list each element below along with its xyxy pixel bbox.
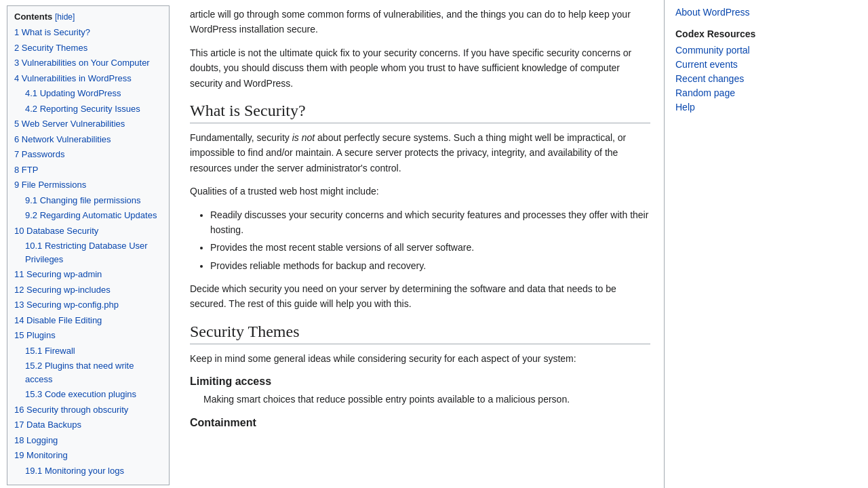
toc-link[interactable]: 10.1 Restricting Database User Privilege… — [25, 241, 148, 264]
toc-link[interactable]: 5 Web Server Vulnerabilities — [14, 119, 125, 129]
toc-item: 15.3 Code execution plugins — [14, 388, 162, 401]
intro-paragraph-1: article will go through some common form… — [190, 7, 650, 37]
toc-link[interactable]: 14 Disable File Editing — [14, 315, 102, 325]
toc-item: 19.1 Monitoring your logs — [14, 464, 162, 478]
heading-containment: Containment — [190, 417, 650, 429]
toc-hide-button[interactable]: [hide] — [55, 12, 75, 22]
toc-link[interactable]: 16 Security through obscurity — [14, 405, 128, 415]
toc-header: Contents [hide] — [14, 12, 162, 22]
toc-item: 17 Data Backups — [14, 418, 162, 432]
toc-link[interactable]: 1 What is Security? — [14, 27, 90, 37]
qualities-intro: Qualities of a trusted web host might in… — [190, 184, 650, 199]
about-wordpress-section: About WordPress — [675, 7, 816, 18]
main-content: article will go through some common form… — [176, 0, 665, 488]
toc-link[interactable]: 13 Securing wp-config.php — [14, 300, 119, 310]
toc-item: 18 Logging — [14, 434, 162, 447]
toc-item: 13 Securing wp-config.php — [14, 298, 162, 312]
toc-link[interactable]: 15.3 Code execution plugins — [25, 389, 136, 399]
toc-link[interactable]: 9.1 Changing file permissions — [25, 195, 141, 205]
toc-item: 11 Securing wp-admin — [14, 268, 162, 281]
toc-link[interactable]: 3 Vulnerabilities on Your Computer — [14, 58, 150, 68]
toc-item: 9 File Permissions — [14, 178, 162, 192]
sidebar-link-item: Random page — [675, 87, 816, 98]
toc-area: Contents [hide] 1 What is Security?2 Sec… — [0, 0, 176, 488]
toc-link[interactable]: 9.2 Regarding Automatic Updates — [25, 210, 157, 220]
toc-link[interactable]: 6 Network Vulnerabilities — [14, 134, 111, 144]
toc-item: 2 Security Themes — [14, 41, 162, 55]
toc-link[interactable]: 12 Securing wp-includes — [14, 285, 111, 295]
toc-item: 6 Network Vulnerabilities — [14, 133, 162, 146]
toc-link[interactable]: 9 File Permissions — [14, 180, 86, 190]
toc-link[interactable]: 15.2 Plugins that need write access — [25, 361, 134, 384]
toc-link[interactable]: 8 FTP — [14, 165, 38, 175]
table-of-contents: Contents [hide] 1 What is Security?2 Sec… — [7, 5, 170, 485]
toc-link[interactable]: 15.1 Firewall — [25, 346, 75, 356]
sidebar-link[interactable]: Help — [675, 102, 695, 113]
toc-item: 15.1 Firewall — [14, 344, 162, 358]
toc-title: Contents — [14, 12, 52, 22]
toc-link[interactable]: 17 Data Backups — [14, 420, 81, 430]
themes-paragraph: Keep in mind some general ideas while co… — [190, 351, 650, 366]
heading-limiting-access: Limiting access — [190, 375, 650, 388]
list-item: Provides the most recent stable versions… — [210, 240, 650, 255]
security-p1-em: is not — [292, 132, 315, 143]
sidebar-links-list: Community portalCurrent eventsRecent cha… — [675, 45, 816, 113]
toc-link[interactable]: 15 Plugins — [14, 330, 56, 340]
toc-link[interactable]: 10 Database Security — [14, 226, 98, 236]
limiting-paragraph: Making smart choices that reduce possibl… — [203, 392, 650, 407]
toc-link[interactable]: 18 Logging — [14, 435, 58, 445]
toc-link[interactable]: 19 Monitoring — [14, 450, 68, 460]
sidebar-link[interactable]: Random page — [675, 87, 735, 98]
intro-paragraph-2: This article is not the ultimate quick f… — [190, 45, 650, 91]
toc-link[interactable]: 4.2 Reporting Security Issues — [25, 104, 140, 114]
heading-security-themes: Security Themes — [190, 323, 650, 344]
toc-item: 19 Monitoring — [14, 449, 162, 462]
sidebar-link-item: Recent changes — [675, 73, 816, 84]
toc-item: 7 Passwords — [14, 148, 162, 161]
toc-item: 16 Security through obscurity — [14, 403, 162, 417]
toc-item: 15 Plugins — [14, 329, 162, 342]
toc-link[interactable]: 7 Passwords — [14, 149, 64, 159]
about-wordpress-link[interactable]: About WordPress — [675, 7, 749, 18]
toc-item: 15.2 Plugins that need write access — [14, 359, 162, 386]
list-item: Provides reliable methods for backup and… — [210, 258, 650, 273]
sidebar-link[interactable]: Current events — [675, 59, 738, 70]
toc-item: 5 Web Server Vulnerabilities — [14, 117, 162, 131]
heading-what-is-security: What is Security? — [190, 102, 650, 123]
toc-link[interactable]: 2 Security Themes — [14, 43, 87, 53]
decide-paragraph: Decide which security you need on your s… — [190, 281, 650, 312]
sidebar-link[interactable]: Community portal — [675, 45, 750, 56]
toc-item: 12 Securing wp-includes — [14, 283, 162, 297]
toc-item: 10.1 Restricting Database User Privilege… — [14, 239, 162, 266]
qualities-list: Readily discusses your security concerns… — [210, 207, 650, 274]
list-item: Readily discusses your security concerns… — [210, 207, 650, 238]
toc-item: 8 FTP — [14, 163, 162, 177]
sidebar-link[interactable]: Recent changes — [675, 73, 744, 84]
security-paragraph-1: Fundamentally, security is not about per… — [190, 130, 650, 176]
sidebar-link-item: Help — [675, 102, 816, 113]
toc-link[interactable]: 11 Securing wp-admin — [14, 269, 102, 279]
toc-link[interactable]: 19.1 Monitoring your logs — [25, 466, 124, 476]
toc-item: 4.1 Updating WordPress — [14, 87, 162, 100]
toc-item: 3 Vulnerabilities on Your Computer — [14, 56, 162, 70]
security-p1-before: Fundamentally, security — [190, 132, 292, 143]
toc-item: 9.1 Changing file permissions — [14, 194, 162, 207]
toc-item: 4.2 Reporting Security Issues — [14, 102, 162, 116]
sidebar-link-item: Current events — [675, 59, 816, 70]
toc-link[interactable]: 4 Vulnerabilities in WordPress — [14, 73, 132, 83]
toc-item: 14 Disable File Editing — [14, 314, 162, 327]
toc-item: 4 Vulnerabilities in WordPress — [14, 72, 162, 85]
codex-resources-heading: Codex Resources — [675, 28, 816, 39]
toc-item: 10 Database Security — [14, 224, 162, 238]
sidebar-link-item: Community portal — [675, 45, 816, 56]
toc-list: 1 What is Security?2 Security Themes3 Vu… — [14, 26, 162, 477]
toc-item: 9.2 Regarding Automatic Updates — [14, 209, 162, 222]
right-sidebar: About WordPress Codex Resources Communit… — [665, 0, 827, 488]
toc-link[interactable]: 4.1 Updating WordPress — [25, 88, 121, 98]
toc-item: 1 What is Security? — [14, 26, 162, 39]
